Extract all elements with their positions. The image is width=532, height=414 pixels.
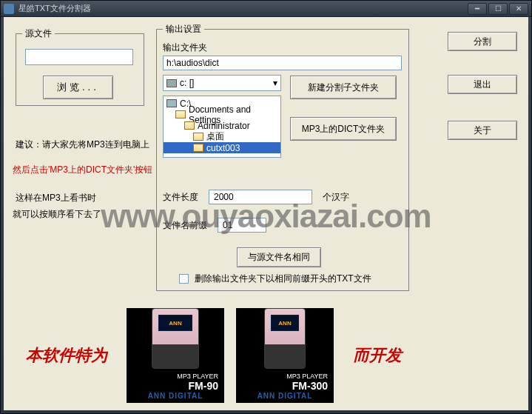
- product-image-2: ANN MP3 PLAYER FM-300 ANN DIGITAL: [236, 308, 334, 403]
- maximize-button[interactable]: ☐: [488, 3, 508, 15]
- split-button[interactable]: 分割: [448, 32, 517, 51]
- device-screen: ANN: [271, 315, 299, 331]
- source-file-input[interactable]: [25, 49, 133, 65]
- output-legend: 输出设置: [163, 23, 204, 36]
- mp3-dict-folder-button[interactable]: MP3上的DICT文件夹: [290, 117, 397, 141]
- titlebar: 星皓TXT文件分割器 ━ ☐ ✕: [1, 1, 531, 17]
- app-window: 星皓TXT文件分割器 ━ ☐ ✕ 源文件 浏览... 建议：请大家先将MP3连到…: [0, 0, 532, 414]
- drive-display: c: []: [180, 78, 194, 88]
- product2-model: FM-300: [292, 380, 328, 392]
- exit-button[interactable]: 退出: [448, 75, 517, 94]
- promo-right-text: 而开发: [353, 344, 402, 367]
- device-illustration: ANN: [264, 308, 306, 369]
- close-button[interactable]: ✕: [509, 3, 528, 15]
- instruction-line-2: 然后点击'MP3上的DICT文件夹'按钮: [13, 164, 152, 176]
- filename-prefix-input[interactable]: [218, 218, 266, 233]
- device-screen: ANN: [158, 315, 192, 331]
- promo-left-text: 本软件特为: [26, 344, 107, 367]
- instruction-line-4: 就可以按顺序看下去了: [13, 208, 101, 221]
- instruction-line-3: 这样在MP3上看书时: [16, 192, 96, 204]
- device-illustration: ANN: [152, 308, 199, 369]
- output-folder-input[interactable]: [163, 56, 402, 70]
- tree-node[interactable]: 桌面: [164, 131, 280, 142]
- delete-prefix-label: 删除输出文件夹下以相同前缀开头的TXT文件: [195, 273, 371, 285]
- file-length-input[interactable]: [209, 190, 312, 204]
- drive-icon: [166, 79, 177, 87]
- about-button[interactable]: 关于: [448, 121, 517, 140]
- product-image-1: ANN MP3 PLAYER FM-90 ANN DIGITAL: [127, 308, 224, 403]
- folder-tree[interactable]: C:\ Documents and Settings Administrator…: [163, 96, 281, 158]
- file-length-unit: 个汉字: [323, 191, 349, 204]
- product2-small: MP3 PLAYER: [286, 373, 328, 380]
- product2-brand: ANN DIGITAL: [257, 392, 313, 400]
- product1-small: MP3 PLAYER: [177, 373, 218, 380]
- window-title: 星皓TXT文件分割器: [18, 3, 91, 14]
- filename-prefix-label: 文件名前缀: [163, 219, 207, 232]
- instruction-line-1: 建议：请大家先将MP3连到电脑上: [16, 138, 149, 151]
- chevron-down-icon: ▾: [273, 78, 277, 88]
- folder-open-icon: [175, 110, 186, 118]
- source-file-group: 源文件 浏览...: [16, 27, 144, 106]
- tree-node-selected[interactable]: cutxt003: [164, 142, 280, 153]
- product-promo-row: 本软件特为 ANN MP3 PLAYER FM-90 ANN DIGITAL A…: [13, 306, 519, 405]
- file-length-label: 文件长度: [163, 191, 198, 204]
- drive-icon: [166, 99, 177, 107]
- tree-node[interactable]: Documents and Settings: [164, 109, 280, 120]
- app-icon: [4, 4, 14, 14]
- folder-open-icon: [193, 144, 203, 152]
- client-area: 源文件 浏览... 建议：请大家先将MP3连到电脑上 然后点击'MP3上的DIC…: [4, 17, 528, 410]
- source-legend: 源文件: [22, 27, 55, 40]
- output-settings-group: 输出设置 输出文件夹 c: [] ▾ C:\ Documents and Set…: [156, 23, 409, 291]
- folder-open-icon: [193, 133, 203, 141]
- minimize-button[interactable]: ━: [468, 3, 487, 15]
- new-subfolder-button[interactable]: 新建分割子文件夹: [290, 76, 397, 99]
- product1-brand: ANN DIGITAL: [148, 392, 203, 400]
- folder-open-icon: [184, 121, 195, 130]
- product1-model: FM-90: [189, 380, 218, 392]
- output-folder-label: 输出文件夹: [163, 41, 403, 54]
- browse-button[interactable]: 浏览...: [43, 76, 113, 99]
- drive-select[interactable]: c: [] ▾: [163, 75, 281, 91]
- same-as-source-button[interactable]: 与源文件名相同: [237, 247, 321, 267]
- delete-prefix-checkbox[interactable]: [179, 274, 189, 284]
